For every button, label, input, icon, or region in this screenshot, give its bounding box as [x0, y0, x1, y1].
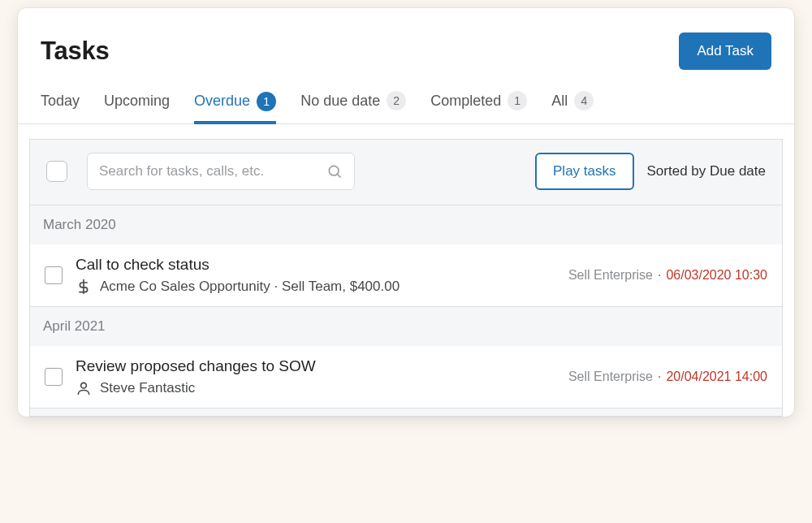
search-icon	[326, 163, 343, 179]
task-list: March 2020 Call to check status Acme Co …	[29, 205, 783, 417]
toolbar-area: Play tasks Sorted by Due date	[29, 139, 783, 205]
task-checkbox[interactable]	[45, 368, 63, 386]
tab-label: All	[551, 93, 568, 110]
tab-completed[interactable]: Completed 1	[430, 81, 527, 123]
task-checkbox[interactable]	[45, 266, 63, 284]
toolbar: Play tasks Sorted by Due date	[30, 140, 782, 205]
task-due-date: 20/04/2021 14:00	[666, 370, 767, 384]
search-field-wrap	[87, 153, 355, 190]
tab-label: Today	[41, 93, 80, 110]
meta-separator: ·	[658, 370, 661, 384]
task-tag: Sell Enterprise	[568, 268, 653, 283]
svg-line-1	[338, 175, 341, 178]
tab-count-badge: 2	[387, 91, 406, 110]
group-header: March 2020	[30, 205, 782, 244]
task-tag: Sell Enterprise	[568, 370, 653, 384]
task-meta: Sell Enterprise · 20/04/2021 14:00	[568, 370, 767, 384]
tab-count-badge: 4	[574, 91, 594, 110]
add-task-button[interactable]: Add Task	[679, 32, 771, 70]
tab-label: No due date	[300, 93, 380, 110]
tab-upcoming[interactable]: Upcoming	[104, 81, 170, 123]
page-header: Tasks Add Task	[18, 8, 794, 81]
tab-count-badge: 1	[508, 91, 527, 110]
tab-no-due-date[interactable]: No due date 2	[300, 81, 406, 123]
task-meta: Sell Enterprise · 06/03/2020 10:30	[568, 268, 767, 283]
tab-all[interactable]: All 4	[551, 81, 594, 123]
meta-separator: ·	[658, 268, 661, 283]
person-icon	[76, 380, 92, 396]
task-row[interactable]: Call to check status Acme Co Sales Oppor…	[30, 244, 782, 306]
tab-today[interactable]: Today	[41, 81, 80, 123]
search-input[interactable]	[99, 163, 326, 179]
tab-label: Overdue	[194, 93, 250, 110]
task-main: Call to check status Acme Co Sales Oppor…	[76, 256, 555, 295]
sort-label: Sorted by Due date	[647, 163, 766, 179]
list-trailing-separator	[30, 408, 782, 416]
task-subtitle-text: Acme Co Sales Opportunity · Sell Team, $…	[100, 279, 400, 295]
group-header: April 2021	[30, 306, 782, 346]
tab-label: Upcoming	[104, 93, 170, 110]
tab-label: Completed	[430, 93, 501, 110]
svg-point-0	[329, 166, 339, 175]
task-title: Call to check status	[76, 256, 555, 274]
tab-count-badge: 1	[257, 92, 276, 111]
play-tasks-button[interactable]: Play tasks	[535, 153, 633, 190]
task-title: Review proposed changes to SOW	[76, 357, 555, 375]
svg-point-3	[81, 383, 87, 388]
tab-overdue[interactable]: Overdue 1	[194, 81, 276, 124]
task-main: Review proposed changes to SOW Steve Fan…	[76, 357, 555, 396]
task-row[interactable]: Review proposed changes to SOW Steve Fan…	[30, 346, 782, 408]
select-all-checkbox[interactable]	[46, 161, 67, 182]
app-window: Tasks Add Task Today Upcoming Overdue 1 …	[18, 8, 794, 417]
task-due-date: 06/03/2020 10:30	[666, 268, 767, 283]
task-subtitle: Acme Co Sales Opportunity · Sell Team, $…	[76, 279, 555, 295]
tabs-bar: Today Upcoming Overdue 1 No due date 2 C…	[18, 81, 794, 124]
page-title: Tasks	[41, 37, 110, 66]
task-subtitle: Steve Fantastic	[76, 380, 555, 396]
dollar-icon	[76, 279, 92, 295]
task-subtitle-text: Steve Fantastic	[100, 380, 195, 396]
